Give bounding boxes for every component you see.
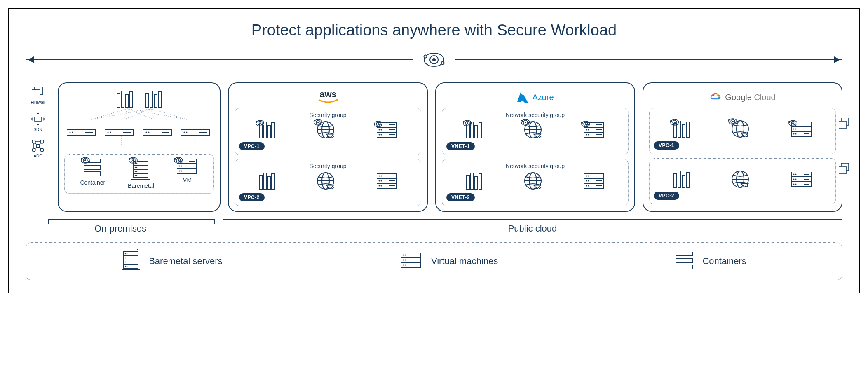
onprem-baremetal: Baremetal [128,159,154,189]
globe-cursor-icon [731,170,750,189]
secure-workload-icon [422,47,446,72]
arrow-left [26,59,413,60]
baremetal-label: Baremetal [128,183,154,189]
gcp-vpc-1: VPC-1 [649,108,836,154]
azure-logo: Azure [442,88,629,106]
net-badge: VPC-1 [654,141,679,150]
net-badge: VNET-1 [446,142,475,150]
side-adc-label: ADC [33,154,42,158]
orbit-badge-icon [373,119,382,128]
orbit-badge-icon [788,118,797,127]
svg-line-75 [127,109,154,119]
nsg-label: Network security group [446,112,624,118]
orbit-badge-icon [128,155,138,165]
azure-nsg-2: Network security group VNET-2 [442,159,629,206]
svg-point-86 [718,97,720,99]
bars-icon [258,173,276,190]
onprem-section-label: On-premises [26,219,215,234]
baremetal-icon [122,249,141,273]
svg-line-74 [124,109,151,119]
spread-arrow [26,47,842,72]
side-firewall: Firewall [31,87,45,105]
orbit-badge-icon [174,155,183,165]
svg-point-85 [717,94,719,96]
vm-icon [377,173,397,189]
side-sdn-label: SDN [33,127,42,132]
firewall-icon [32,87,44,99]
svg-text:aws: aws [319,89,337,99]
side-adc: ADC [31,139,45,158]
aws-sg-1: Security group VPC-1 [235,108,421,155]
legend-baremetal: Baremetal servers [122,249,223,273]
section-labels: On-premises Public cloud [26,219,842,234]
peering-icon [839,162,850,176]
diagram-frame: Protect applications anywhere with Secur… [8,8,860,293]
azure-icon [516,91,529,103]
adc-icon [31,139,45,152]
gcp-vpc-2: VPC-2 [649,158,836,204]
aws-sg-2: Security group VPC-2 [235,159,421,206]
gcp-logo: Google Cloud [649,88,836,106]
vm-icon [401,253,424,270]
legend-baremetal-label: Baremetal servers [149,256,223,267]
azure-nsg-1: Network security group VNET-1 [442,108,629,155]
net-badge: VNET-2 [446,193,475,201]
sdn-icon [30,112,45,126]
public-cloud-section-label: Public cloud [223,219,842,234]
net-badge: VPC-2 [239,193,265,201]
side-firewall-label: Firewall [31,100,45,105]
gcp-panel: Google Cloud VPC-1 VPC-2 [643,82,842,212]
globe-cursor-icon [524,172,543,191]
switch-icon [143,129,174,136]
aws-logo: aws [235,88,421,106]
legend-vm-label: Virtual machines [431,256,498,267]
orbit-badge-icon [728,117,737,126]
azure-panel: Azure Network security group VNET-1 Netw… [435,82,635,212]
vm-icon [584,173,605,189]
switch-icon [67,129,97,136]
gcp-icon [709,91,722,103]
net-badge: VPC-2 [654,192,679,200]
aws-panel: aws Security group VPC-1 Security group [228,82,428,212]
legend-containers-label: Containers [702,256,746,267]
svg-line-76 [151,109,154,119]
onprem-container: Container [80,159,105,189]
switch-icon [181,129,211,136]
nsg-label: Network security group [446,163,624,169]
vm-label: VM [183,177,192,183]
side-stack: Firewall SDN ADC [26,82,50,212]
container-label: Container [80,179,105,186]
legend-vm: Virtual machines [401,253,498,270]
onprem-vm: VM [177,159,198,189]
net-badge: VPC-1 [239,142,265,150]
orbit-badge-icon [462,118,472,127]
gcp-name-b: Cloud [754,93,775,102]
onprem-panel: Container Baremetal VM [58,82,221,212]
container-icon [676,252,695,271]
orbit-badge-icon [255,118,264,127]
orbit-badge-icon [80,155,90,165]
peering-icon [839,116,850,131]
orbit-badge-icon [670,117,679,126]
orbit-badge-icon [581,119,590,128]
vm-icon [791,172,812,187]
bars-icon [466,173,483,190]
gcp-name-a: Google [725,93,752,102]
orbit-badge-icon [521,117,530,126]
legend-containers: Containers [676,252,746,271]
sg-label: Security group [239,112,417,118]
azure-name: Azure [532,93,554,102]
bars-icon [116,91,134,109]
svg-line-73 [124,109,127,119]
onprem-top-servers [64,91,214,109]
bars-icon [145,91,162,109]
side-sdn: SDN [30,112,45,132]
orbit-badge-icon [313,117,322,126]
drop-lines [64,136,214,146]
onprem-workloads: Container Baremetal VM [64,154,214,194]
switch-icon [105,129,135,136]
sg-label: Security group [239,163,417,169]
arrow-right [455,59,842,60]
mesh-lines [64,108,214,120]
bars-icon [673,171,690,188]
